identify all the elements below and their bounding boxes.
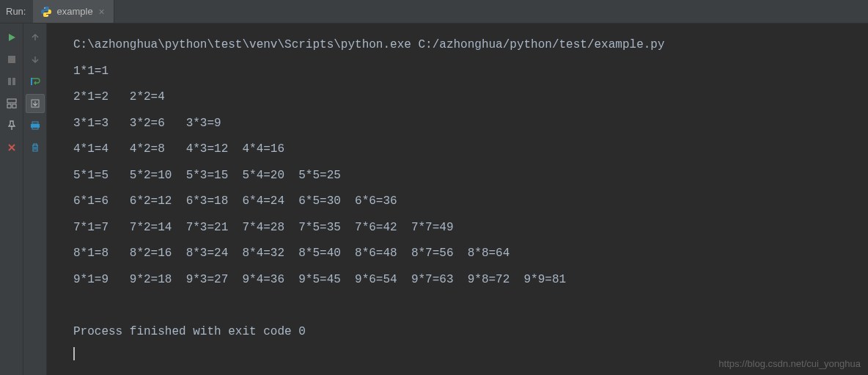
output-row: 3*1=3 3*2=6 3*3=9 (73, 111, 862, 137)
output-row: 1*1=1 (73, 59, 862, 85)
svg-rect-4 (12, 78, 15, 85)
run-button[interactable] (2, 28, 21, 47)
output-row: 6*1=6 6*2=12 6*3=18 6*4=24 6*5=30 6*6=36 (73, 189, 862, 215)
close-button[interactable] (2, 138, 21, 157)
step-down-button[interactable] (26, 50, 45, 69)
stop-button[interactable] (2, 50, 21, 69)
text-cursor (73, 347, 75, 360)
exit-message: Process finished with exit code 0 (73, 319, 862, 346)
watermark: https://blog.csdn.net/cui_yonghua (718, 358, 861, 369)
output-row: 2*1=2 2*2=4 (73, 84, 862, 111)
svg-rect-5 (7, 99, 16, 103)
print-button[interactable] (26, 116, 45, 135)
pin-button[interactable] (2, 116, 21, 135)
svg-rect-10 (32, 122, 38, 124)
run-label: Run: (0, 6, 33, 17)
svg-rect-12 (32, 127, 38, 129)
close-icon[interactable]: × (98, 6, 106, 18)
svg-rect-6 (7, 104, 11, 108)
scroll-to-end-button[interactable] (26, 94, 45, 113)
tab-label: example (56, 6, 92, 17)
clear-all-button[interactable] (26, 138, 45, 157)
output-row: 8*1=8 8*2=16 8*3=24 8*4=32 8*5=40 8*6=48… (73, 241, 862, 267)
output-row: 9*1=9 9*2=18 9*3=27 9*4=36 9*5=45 9*6=54… (73, 267, 862, 294)
pause-button[interactable] (2, 72, 21, 91)
blank-line (73, 293, 862, 319)
svg-rect-8 (31, 78, 32, 85)
soft-wrap-button[interactable] (26, 72, 45, 91)
console-output[interactable]: C:\azhonghua\python\test\venv\Scripts\py… (47, 23, 868, 375)
run-toolwindow-header: Run: example × (0, 0, 868, 23)
svg-rect-2 (8, 56, 15, 63)
toolbar-secondary (23, 23, 47, 375)
svg-point-0 (45, 7, 45, 8)
svg-point-1 (48, 15, 48, 15)
command-line: C:\azhonghua\python\test\venv\Scripts\py… (73, 32, 862, 59)
layout-button[interactable] (2, 94, 21, 113)
svg-rect-3 (8, 78, 11, 85)
toolbar-primary (0, 23, 23, 375)
content-area: C:\azhonghua\python\test\venv\Scripts\py… (0, 23, 868, 375)
output-row: 5*1=5 5*2=10 5*3=15 5*4=20 5*5=25 (73, 163, 862, 189)
step-up-button[interactable] (26, 28, 45, 47)
svg-rect-7 (12, 104, 16, 108)
output-row: 4*1=4 4*2=8 4*3=12 4*4=16 (73, 136, 862, 163)
run-tab[interactable]: example × (33, 0, 114, 23)
output-row: 7*1=7 7*2=14 7*3=21 7*4=28 7*5=35 7*6=42… (73, 215, 862, 241)
python-icon (40, 6, 52, 18)
